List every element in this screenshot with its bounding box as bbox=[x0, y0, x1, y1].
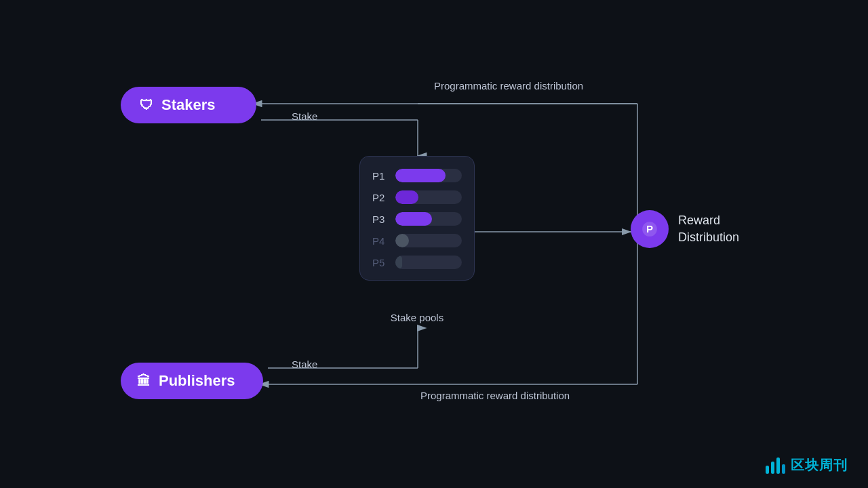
pool-bar-fill-p5 bbox=[395, 256, 402, 269]
pool-bar-fill-p1 bbox=[395, 169, 446, 182]
stake-bottom-label: Stake bbox=[292, 359, 317, 370]
main-scene: Programmatic reward distribution Stake P… bbox=[0, 0, 868, 488]
pool-bar-fill-p4 bbox=[395, 234, 409, 247]
stake-top-label: Stake bbox=[292, 110, 317, 122]
stake-pools-label: Stake pools bbox=[359, 312, 475, 323]
publishers-label: Publishers bbox=[159, 372, 235, 390]
pool-row-p1: P1 bbox=[372, 169, 462, 182]
pool-bar-bg-p1 bbox=[395, 169, 462, 182]
pool-bar-bg-p3 bbox=[395, 212, 462, 226]
reward-bottom-label: Programmatic reward distribution bbox=[420, 390, 570, 401]
stakers-label: Stakers bbox=[161, 96, 216, 114]
pool-label-p3: P3 bbox=[372, 214, 389, 225]
pool-label-p2: P2 bbox=[372, 192, 389, 203]
stakers-pill: 🛡 Stakers bbox=[121, 87, 256, 123]
pool-bar-bg-p2 bbox=[395, 190, 462, 204]
pool-row-p4: P4 bbox=[372, 234, 462, 247]
pool-bar-bg-p4 bbox=[395, 234, 462, 247]
stakers-icon: 🛡 bbox=[140, 98, 153, 113]
reward-line1: Reward bbox=[678, 212, 739, 229]
watermark-bars-icon bbox=[766, 458, 785, 474]
reward-line2: Distribution bbox=[678, 229, 739, 246]
pool-label-p4: P4 bbox=[372, 235, 389, 247]
publishers-icon: 🏛 bbox=[137, 373, 151, 389]
reward-circle-icon: P bbox=[631, 210, 669, 248]
watermark: 区块周刊 bbox=[766, 456, 848, 474]
pool-label-p5: P5 bbox=[372, 257, 389, 268]
stake-pools-card: P1 P2 P3 P4 P5 bbox=[359, 156, 475, 281]
pool-bar-fill-p2 bbox=[395, 190, 418, 204]
reward-text: Reward Distribution bbox=[678, 212, 739, 246]
reward-top-label: Programmatic reward distribution bbox=[434, 80, 583, 92]
pool-bar-fill-p3 bbox=[395, 212, 432, 226]
publishers-pill: 🏛 Publishers bbox=[121, 363, 263, 399]
pool-label-p1: P1 bbox=[372, 170, 389, 182]
reward-node: P Reward Distribution bbox=[631, 210, 739, 248]
pool-bar-bg-p5 bbox=[395, 256, 462, 269]
pool-row-p3: P3 bbox=[372, 212, 462, 226]
watermark-text: 区块周刊 bbox=[791, 456, 848, 474]
pool-row-p5: P5 bbox=[372, 256, 462, 269]
svg-text:P: P bbox=[646, 223, 653, 235]
pool-row-p2: P2 bbox=[372, 190, 462, 204]
